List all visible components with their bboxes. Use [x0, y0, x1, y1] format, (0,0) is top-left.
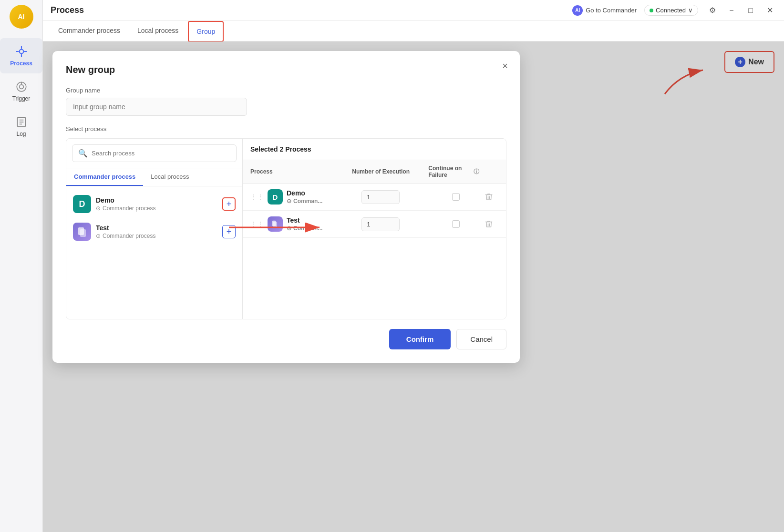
process-panel: 🔍 Commander process Local process — [66, 138, 506, 319]
demo-sub: ⊙ Commander process — [96, 205, 155, 212]
table-row: ⋮⋮ Test — [243, 211, 506, 238]
page-title: Process — [51, 5, 84, 15]
selected-test-sub: ⊙ Comman... — [287, 225, 322, 232]
drag-handle-icon2[interactable]: ⋮⋮ — [250, 220, 264, 228]
process-list: D Demo ⊙ Commander process — [66, 186, 242, 319]
process-icon — [15, 45, 28, 58]
col-process-header: Process — [250, 168, 352, 175]
continue-check-demo — [432, 193, 479, 201]
delete-test-button[interactable] — [479, 220, 498, 228]
col-continue-header: Continue on Failure ⓘ — [428, 165, 479, 178]
col-exec-header: Number of Execution — [352, 168, 428, 175]
commander-process-icon2: ⊙ — [96, 233, 101, 239]
new-group-modal: New group × Group name Select process 🔍 — [52, 51, 520, 363]
sidebar-item-trigger[interactable]: Trigger — [0, 73, 42, 109]
sidebar-item-process[interactable]: Process — [0, 38, 42, 73]
connected-badge[interactable]: Connected ∨ — [644, 5, 698, 16]
svg-point-2 — [19, 85, 23, 89]
go-to-commander-button[interactable]: AI Go to Commander — [572, 5, 637, 16]
selected-demo-process-info: Demo ⊙ Comman... — [287, 189, 322, 205]
selected-demo-name: Demo — [287, 189, 322, 197]
commander-process-icon: ⊙ — [96, 205, 101, 212]
test-info: Test ⊙ Commander process — [96, 224, 155, 239]
selected-test-process-info: Test ⊙ Comman... — [287, 216, 322, 232]
demo-name: Demo — [96, 196, 155, 204]
test-icon — [73, 223, 91, 241]
selected-count: Selected 2 Process — [243, 139, 506, 160]
selected-test-icon — [268, 216, 283, 232]
delete-demo-button[interactable] — [479, 193, 498, 201]
ai-icon: AI — [572, 5, 583, 16]
add-demo-button[interactable]: + — [222, 197, 236, 211]
tab-local-process[interactable]: Local process — [130, 21, 186, 41]
go-to-commander-label: Go to Commander — [586, 7, 637, 14]
confirm-button[interactable]: Confirm — [389, 329, 451, 349]
modal-overlay: New group × Group name Select process 🔍 — [43, 41, 784, 532]
connected-label: Connected — [656, 7, 686, 14]
search-box: 🔍 — [66, 139, 242, 168]
selected-demo-info: D Demo ⊙ Comman... — [268, 189, 361, 205]
process-item-left-test: Test ⊙ Commander process — [73, 223, 155, 241]
log-icon — [15, 115, 28, 129]
add-test-button[interactable]: + — [222, 225, 236, 238]
maximize-button[interactable]: □ — [744, 4, 757, 17]
settings-button[interactable]: ⚙ — [706, 4, 719, 17]
titlebar-actions: ⚙ − □ ✕ — [706, 4, 776, 17]
search-input[interactable] — [92, 150, 230, 157]
close-button[interactable]: ✕ — [763, 4, 776, 17]
modal-footer: Confirm Cancel — [66, 329, 506, 349]
right-panel: Selected 2 Process Process Number of Exe… — [243, 139, 506, 319]
svg-point-0 — [19, 50, 23, 54]
selected-test-info: Test ⊙ Comman... — [268, 216, 361, 232]
sidebar-item-log-label: Log — [16, 131, 26, 137]
test-sub: ⊙ Commander process — [96, 233, 155, 239]
exec-col-test — [361, 217, 432, 231]
demo-icon: D — [73, 195, 91, 213]
sidebar-item-process-label: Process — [10, 60, 32, 67]
sidebar-item-log[interactable]: Log — [0, 109, 42, 144]
selected-test-name: Test — [287, 216, 322, 224]
modal-title: New group — [66, 64, 506, 75]
titlebar-right: AI Go to Commander Connected ∨ ⚙ − □ ✕ — [572, 4, 776, 17]
tab-local-process-modal[interactable]: Local process — [143, 168, 196, 186]
minimize-button[interactable]: − — [725, 4, 738, 17]
info-icon: ⓘ — [474, 168, 479, 176]
exec-col-demo — [361, 190, 432, 204]
connected-dot — [650, 9, 653, 12]
group-name-label: Group name — [66, 87, 506, 94]
continue-checkbox-demo[interactable] — [452, 193, 460, 201]
main-content: Process AI Go to Commander Connected ∨ ⚙… — [43, 0, 784, 532]
content-area: + New New group × Group name Select p — [43, 41, 784, 532]
search-input-wrapper: 🔍 — [72, 144, 237, 162]
search-icon: 🔍 — [78, 149, 88, 158]
list-item: Test ⊙ Commander process + — [66, 218, 242, 246]
drag-handle-icon[interactable]: ⋮⋮ — [250, 193, 264, 201]
table-header: Process Number of Execution Continue on … — [243, 160, 506, 184]
selected-process-list: ⋮⋮ D Demo ⊙ Comman... — [243, 184, 506, 319]
selected-demo-sub: ⊙ Comman... — [287, 198, 322, 205]
sidebar: AI Process Trigger — [0, 0, 43, 532]
selected-demo-icon: D — [268, 189, 283, 205]
sidebar-item-trigger-label: Trigger — [12, 95, 31, 102]
table-row: ⋮⋮ D Demo ⊙ Comman... — [243, 184, 506, 211]
continue-check-test — [432, 220, 479, 228]
exec-input-test[interactable] — [361, 217, 400, 231]
test-name: Test — [96, 224, 155, 232]
process-item-left-demo: D Demo ⊙ Commander process — [73, 195, 155, 213]
cancel-button[interactable]: Cancel — [456, 329, 506, 349]
tab-group[interactable]: Group — [188, 21, 224, 42]
group-name-input[interactable] — [66, 98, 247, 116]
modal-close-button[interactable]: × — [498, 59, 512, 73]
process-tabs: Commander process Local process — [66, 168, 242, 186]
trigger-icon — [15, 80, 28, 93]
main-tabs: Commander process Local process Group — [43, 21, 784, 41]
tab-commander-process-modal[interactable]: Commander process — [66, 168, 143, 186]
svg-rect-10 — [80, 229, 86, 237]
left-panel: 🔍 Commander process Local process — [66, 139, 243, 319]
continue-checkbox-test[interactable] — [452, 220, 460, 228]
exec-input-demo[interactable] — [361, 190, 400, 204]
titlebar: Process AI Go to Commander Connected ∨ ⚙… — [43, 0, 784, 21]
demo-info: Demo ⊙ Commander process — [96, 196, 155, 212]
tab-commander-process[interactable]: Commander process — [51, 21, 128, 41]
list-item: D Demo ⊙ Commander process — [66, 190, 242, 218]
